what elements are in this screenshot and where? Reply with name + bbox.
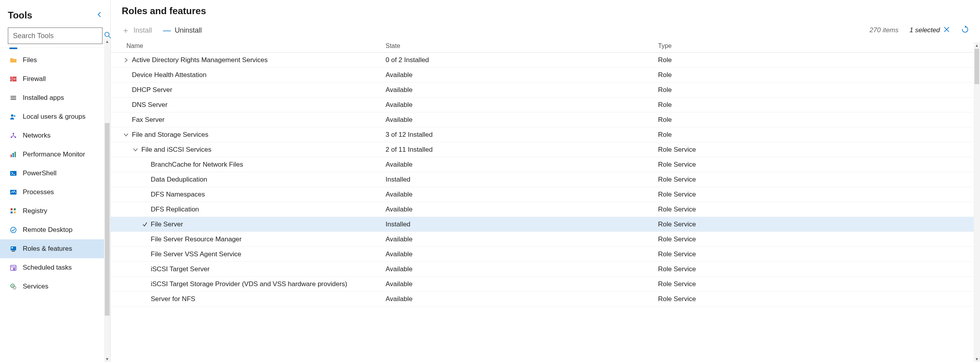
refresh-icon[interactable] (961, 26, 969, 35)
table-row[interactable]: DNS ServerAvailableRole (111, 97, 980, 112)
sidebar-item-networks[interactable]: Networks (0, 126, 110, 145)
cell-state: 2 of 11 Installed (386, 146, 658, 154)
main-panel: Roles and features ＋ Install — Uninstall… (111, 0, 980, 362)
selected-count: 1 selected (910, 26, 940, 34)
sidebar-item-roles-features[interactable]: Roles & features (0, 239, 110, 258)
table-row[interactable]: File Server VSS Agent ServiceAvailableRo… (111, 247, 980, 262)
cell-state: Installed (386, 176, 658, 184)
scroll-down-icon[interactable]: ▼ (104, 356, 110, 362)
chevron-right-icon[interactable] (122, 57, 130, 64)
table-row[interactable]: File and iSCSI Services2 of 11 Installed… (111, 142, 980, 157)
svg-rect-15 (14, 208, 16, 210)
table-row[interactable]: Device Health AttestationAvailableRole (111, 68, 980, 83)
column-header-state[interactable]: State (386, 42, 658, 50)
chevron-down-icon[interactable] (132, 146, 139, 153)
cell-name: File Server Resource Manager (111, 235, 386, 243)
check-icon (141, 221, 148, 228)
uninstall-label: Uninstall (175, 26, 202, 35)
collapse-sidebar-icon[interactable] (96, 11, 102, 19)
table-row[interactable]: iSCSI Target ServerAvailableRole Service (111, 262, 980, 277)
table-row[interactable]: File and Storage Services3 of 12 Install… (111, 127, 980, 142)
cell-name: Device Health Attestation (111, 71, 386, 79)
search-box[interactable] (8, 28, 102, 44)
svg-rect-20 (11, 247, 13, 248)
table-row[interactable]: Fax ServerAvailableRole (111, 112, 980, 127)
main-scrollbar[interactable]: ▲ ▼ (974, 42, 980, 362)
sidebar-item-local-users-groups[interactable]: Local users & groups (0, 107, 110, 126)
scroll-up-icon[interactable]: ▲ (104, 38, 110, 44)
svg-rect-2 (10, 77, 16, 81)
table-row[interactable]: DFS ReplicationAvailableRole Service (111, 202, 980, 217)
row-name-text: File and Storage Services (132, 131, 208, 139)
table-row[interactable]: iSCSI Target Storage Provider (VDS and V… (111, 277, 980, 292)
sidebar-scrollbar[interactable]: ▲ ▼ (104, 38, 110, 362)
scrollbar-thumb[interactable] (105, 123, 110, 316)
scroll-up-icon[interactable]: ▲ (974, 42, 980, 48)
install-button[interactable]: ＋ Install (116, 24, 157, 37)
cell-type: Role Service (658, 280, 973, 288)
sidebar-item-registry[interactable]: Registry (0, 202, 110, 221)
spacer-icon (141, 206, 148, 213)
scroll-down-icon[interactable]: ▼ (974, 356, 980, 362)
sidebar-header: Tools (0, 0, 110, 24)
svg-point-4 (14, 115, 16, 117)
table-header: Name State Type (111, 39, 980, 53)
sidebar-item-label: Roles & features (23, 245, 72, 253)
cell-type: Role (658, 131, 973, 139)
spacer-icon (122, 72, 130, 79)
clear-selection-icon[interactable] (943, 26, 950, 35)
table-row[interactable]: DFS NamespacesAvailableRole Service (111, 187, 980, 202)
sidebar-item-label: Local users & groups (23, 113, 86, 121)
row-name-text: DHCP Server (132, 86, 172, 94)
cell-type: Role Service (658, 221, 973, 228)
search-input[interactable] (13, 32, 104, 40)
table-row[interactable]: Active Directory Rights Management Servi… (111, 53, 980, 68)
table-row[interactable]: DHCP ServerAvailableRole (111, 83, 980, 97)
table-row[interactable]: Server for NFSAvailableRole Service (111, 292, 980, 307)
table-row[interactable]: Data DeduplicationInstalledRole Service (111, 172, 980, 187)
sidebar-item-powershell[interactable]: PowerShell (0, 164, 110, 183)
column-header-name[interactable]: Name (111, 42, 386, 50)
row-name-text: BranchCache for Network Files (151, 161, 243, 169)
scrollbar-thumb[interactable] (975, 49, 979, 84)
cell-state: Installed (386, 221, 658, 228)
search-container (0, 24, 110, 47)
sidebar-item-installed-apps[interactable]: Installed apps (0, 88, 110, 107)
remote-icon (9, 226, 17, 234)
perf-icon (9, 151, 17, 158)
row-name-text: File and iSCSI Services (141, 146, 212, 154)
cell-type: Role (658, 86, 973, 94)
table-row[interactable]: BranchCache for Network FilesAvailableRo… (111, 157, 980, 172)
sidebar-item-files[interactable]: Files (0, 51, 110, 70)
row-name-text: Data Deduplication (151, 176, 207, 184)
powershell-icon (9, 169, 17, 177)
uninstall-button[interactable]: — Uninstall (157, 24, 207, 37)
sidebar-item-firewall[interactable]: Firewall (0, 70, 110, 88)
table-row[interactable]: File Server Resource ManagerAvailableRol… (111, 232, 980, 247)
sidebar-item-label: PowerShell (23, 169, 57, 177)
svg-rect-8 (11, 154, 12, 157)
cell-name: Server for NFS (111, 295, 386, 303)
cell-name: File Server (111, 221, 386, 228)
svg-point-3 (11, 114, 13, 117)
row-name-text: iSCSI Target Server (151, 265, 210, 273)
cell-type: Role Service (658, 176, 973, 184)
sidebar-item-performance-monitor[interactable]: Performance Monitor (0, 145, 110, 164)
table-row[interactable]: File ServerInstalledRole Service (111, 217, 980, 232)
folder-icon (9, 56, 17, 64)
cell-type: Role (658, 71, 973, 79)
spacer-icon (141, 296, 148, 303)
chevron-down-icon[interactable] (122, 131, 130, 138)
sidebar-item-processes[interactable]: Processes (0, 183, 110, 202)
sidebar-item-remote-desktop[interactable]: Remote Desktop (0, 221, 110, 239)
cell-type: Role Service (658, 206, 973, 213)
svg-rect-13 (11, 208, 13, 210)
sidebar-item-scheduled-tasks[interactable]: Scheduled tasks (0, 258, 110, 277)
sidebar-item-label: Networks (23, 132, 51, 140)
cell-state: 0 of 2 Installed (386, 56, 658, 64)
cell-name: File Server VSS Agent Service (111, 250, 386, 258)
cell-name: BranchCache for Network Files (111, 161, 386, 169)
sidebar-item-services[interactable]: Services (0, 277, 110, 296)
row-name-text: DFS Replication (151, 206, 199, 213)
column-header-type[interactable]: Type (658, 42, 973, 50)
